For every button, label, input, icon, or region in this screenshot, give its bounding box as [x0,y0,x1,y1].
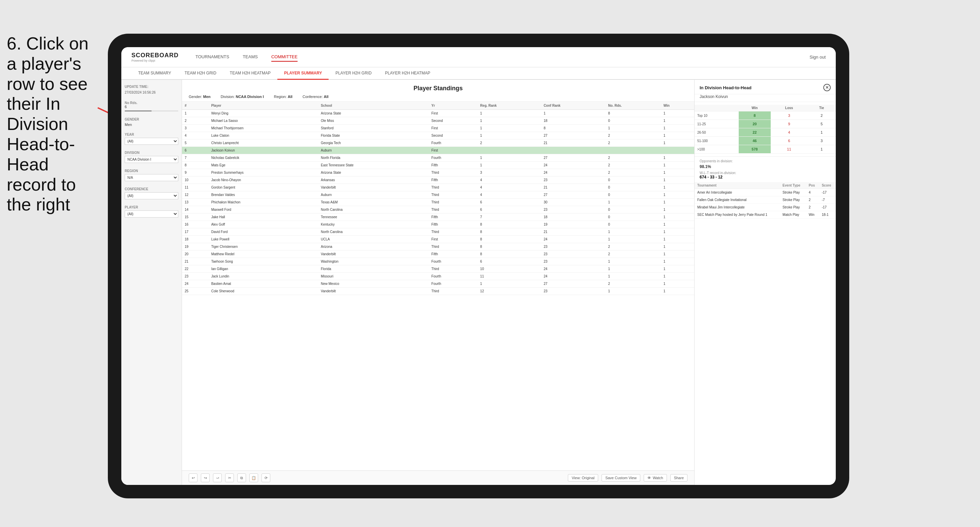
sub-nav-player-summary[interactable]: PLAYER SUMMARY [277,67,329,80]
h2h-panel: In Division Head-to-Head ✕ Jackson Koivu… [694,80,836,485]
table-row[interactable]: 22Ian GilliganFloridaThird102411 [182,265,694,273]
refresh-button[interactable]: ⟳ [261,473,270,482]
tablet-screen: SCOREBOARD Powered by clippi TOURNAMENTS… [121,47,836,485]
h2h-close-button[interactable]: ✕ [823,84,831,91]
toolbar: ↩ ↪ ⤻ ✂ ⧉ 📋 ⟳ View: Original Save Custom… [182,470,694,485]
opponents-label: Opponents in division: [700,159,831,163]
table-row[interactable]: 16Alex GoffKentuckyFifth81901 [182,221,694,228]
view-original-label: View: Original [571,476,595,480]
logo-subtitle: Powered by clippi [131,59,178,62]
col-no-rds: No. Rds. [606,102,661,110]
nav-item-tournaments[interactable]: TOURNAMENTS [196,52,229,62]
sub-nav-player-h2h-grid[interactable]: PLAYER H2H GRID [329,67,378,80]
h2h-header-row: Win Loss Tie [695,105,836,111]
tournament-tbody: Amer Ari IntercollegiateStroke Play4-17F… [695,189,836,219]
h2h-player-name: Jackson Koivun [695,94,836,102]
filter-region: Region: All [274,95,293,98]
save-custom-label: Save Custom View [605,476,636,480]
table-row[interactable]: 13Phichaksn MaichonTexas A&MThird63011 [182,199,694,206]
tournament-table: Tournament Event Type Pos Score Amer Ari… [695,182,836,219]
copy-button[interactable]: ⧉ [237,473,246,482]
table-row[interactable]: 3Michael ThorbjornsenStanfordFirst1811 [182,125,694,132]
player-label: Player [125,205,178,209]
logo-title: SCOREBOARD [131,52,178,59]
table-row[interactable]: 20Matthew RiedelVanderbiltFifth82321 [182,251,694,258]
h2h-col-win: Win [739,105,771,111]
share-button[interactable]: Share [670,474,687,481]
no-rds-label: No Rds. [125,101,178,105]
division-select[interactable]: NCAA Division I [125,156,178,163]
h2h-row: Top 10832 [695,111,836,120]
redo2-button[interactable]: ⤻ [213,473,222,482]
table-row[interactable]: 7Nicholas GabrelcikNorth FloridaFourth12… [182,154,694,162]
nav-item-teams[interactable]: TEAMS [243,52,258,62]
tournament-row: SEC Match Play hosted by Jerry Pate Roun… [695,211,836,219]
col-conf-rank: Conf Rank [541,102,605,110]
table-row[interactable]: 5Christo LamprechtGeorgia TechFourth2212… [182,140,694,147]
col-win: Win [661,102,694,110]
nav-items: TOURNAMENTS TEAMS COMMITTEE [196,52,810,62]
main-content: Update time: 27/03/2024 16:56:26 No Rds.… [121,80,836,485]
sub-nav-team-h2h-heatmap[interactable]: TEAM H2H HEATMAP [223,67,277,80]
filter-conference: Conference: All [302,95,329,98]
col-tournament: Tournament [695,182,780,189]
sign-out-link[interactable]: Sign out [810,54,826,60]
table-row[interactable]: 24Bastien AmatNew MexicoFourth12721 [182,280,694,287]
table-row[interactable]: 1Wenyi DingArizona StateFirst1181 [182,110,694,117]
year-label: Year [125,133,178,137]
nav-item-committee[interactable]: COMMITTEE [271,52,298,62]
filter-division: Division: NCAA Division I [221,95,264,98]
share-label: Share [674,476,684,480]
table-row[interactable]: 10Jacob Nino-OhayonArkansasFifth42301 [182,176,694,184]
paste-button[interactable]: 📋 [250,473,258,482]
col-event-type: Event Type [780,182,806,189]
tournament-header-row: Tournament Event Type Pos Score [695,182,836,189]
sub-nav-team-summary[interactable]: TEAM SUMMARY [131,67,178,80]
col-reg-rank: Reg. Rank [477,102,541,110]
year-select[interactable]: (All) [125,138,178,145]
gender-label: Gender [125,117,178,121]
sub-nav-team-h2h-grid[interactable]: TEAM H2H GRID [178,67,223,80]
record-label: W-L-T record in-division: [700,171,831,175]
opponents-value: 98.1% [700,164,831,169]
conference-select[interactable]: (All) [125,192,178,199]
table-row[interactable]: 25Cole SherwoodVanderbiltThird122311 [182,287,694,295]
col-yr: Yr [429,102,477,110]
table-row[interactable]: 9Preston SummerhaysArizona StateThird324… [182,169,694,176]
view-original-button[interactable]: View: Original [568,474,598,481]
table-row[interactable]: 19Tiger ChristensenArizonaThird82321 [182,243,694,251]
instruction-text: 6. Click on a player's row to see their … [0,34,98,215]
region-select[interactable]: N/A [125,174,178,181]
table-row[interactable]: 23Jack LundinMissouriFourth112411 [182,273,694,280]
watch-button[interactable]: 👁 Watch [644,474,667,481]
standings-table-container: # Player School Yr Reg. Rank Conf Rank N… [182,102,694,470]
redo-button[interactable]: ↪ [201,473,210,482]
table-row[interactable]: 11Gordon SargentVanderbiltThird42101 [182,184,694,191]
table-row[interactable]: 2Michael La SassoOle MissSecond11801 [182,117,694,125]
table-row[interactable]: 4Luke ClatonFlorida StateSecond12721 [182,132,694,140]
h2h-tbody: Top 1083211-25209526-50224151-1004663>10… [695,111,836,154]
gender-section: Gender Men [125,117,178,127]
center-panel: Player Standings Gender: Men Division: N… [182,80,694,485]
table-row[interactable]: 12Brendan ValdesAuburnThird42701 [182,191,694,199]
undo-button[interactable]: ↩ [189,473,197,482]
no-rds-value: 6 [125,105,178,109]
table-row[interactable]: 21Taehoon SongWashingtonFourth62311 [182,258,694,265]
table-row[interactable]: 15Jake HallTennesseeFifth71801 [182,213,694,221]
tournament-row: Mirabel Maui Jim IntercollegiateStroke P… [695,204,836,211]
sub-nav-player-h2h-heatmap[interactable]: PLAYER H2H HEATMAP [379,67,437,80]
table-row[interactable]: 18Luke PowellUCLAFirst82411 [182,236,694,243]
h2h-col-loss: Loss [771,105,807,111]
save-custom-button[interactable]: Save Custom View [601,474,640,481]
table-row[interactable]: 6Jackson KoivunAuburnFirst [182,147,694,154]
player-select[interactable]: (All) [125,211,178,217]
no-rds-section: No Rds. 6 [125,101,178,111]
table-row[interactable]: 14Maxwell FordNorth CarolinaThird62301 [182,206,694,213]
region-label: Region [125,169,178,173]
cut-button[interactable]: ✂ [225,473,234,482]
table-row[interactable]: 17David FordNorth CarolinaThird82111 [182,228,694,236]
col-pos: Pos [806,182,819,189]
table-row[interactable]: 8Mats EgeEast Tennessee StateFifth12421 [182,162,694,169]
division-label: Division [125,151,178,155]
no-rds-slider[interactable] [125,110,178,111]
